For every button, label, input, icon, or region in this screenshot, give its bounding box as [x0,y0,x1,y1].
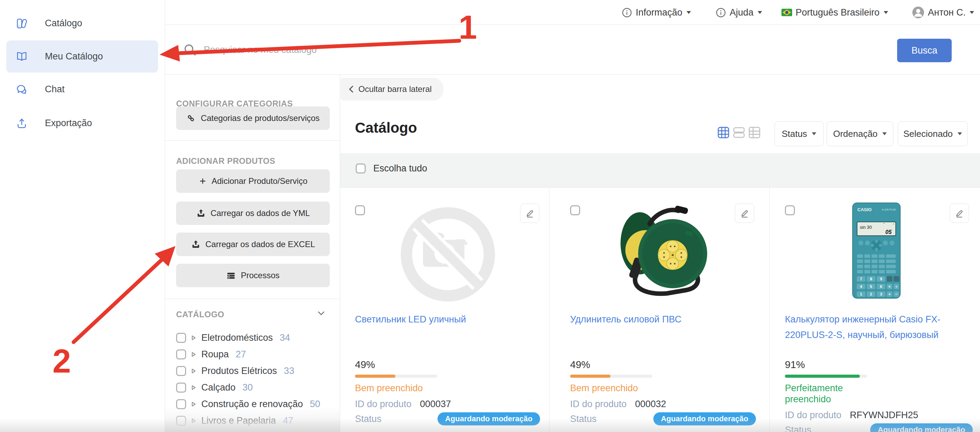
sidebar-item-meu-catalogo[interactable]: Meu Catálogo [6,40,158,73]
selected-dropdown[interactable]: Selecionado [898,121,967,146]
list-view-icon[interactable] [732,126,746,139]
category-checkbox[interactable] [176,349,186,359]
categories-mapping-button[interactable]: Categorias de produtos/serviços [176,107,330,130]
calc-brand: CASIO [858,207,872,212]
divider [165,140,340,141]
help-menu[interactable]: Ajuda [716,0,762,25]
category-row-livros[interactable]: Livros e Papelaria47 [176,414,293,427]
product-card: CASIO fx-220 PLUS sin 30 05 [769,188,980,432]
user-menu[interactable]: Антон С. [912,0,974,25]
language-label: Português Brasileiro [795,7,880,18]
edit-product-button[interactable] [950,204,969,223]
product-id-row: ID do produto RFYWNJDFH25 [785,410,973,421]
pencil-icon [954,208,964,218]
expand-caret-icon[interactable] [192,335,196,340]
status-badge: Aguardando moderação [438,412,540,426]
expand-caret-icon[interactable] [192,402,196,407]
status-badge: Aguardando moderação [870,423,973,432]
sidebar-item-exportacao[interactable]: Exportação [6,107,158,139]
category-checkbox[interactable] [176,333,186,343]
chevron-down-icon [882,132,887,135]
completion-percent: 49% [355,359,540,370]
page-title: Catálogo [355,120,417,136]
plus-icon [199,177,207,185]
select-all-band: Escolha tudo [340,153,980,187]
info-menu[interactable]: Informação [622,0,691,25]
catalog-icon [16,18,28,29]
edit-product-button[interactable] [520,204,539,223]
info-icon [622,7,632,18]
category-row-produtos-eletricos[interactable]: Produtos Elétricos33 [176,364,294,378]
expand-caret-icon[interactable] [192,352,196,357]
category-name: Construção e renovação [201,399,303,410]
category-row-calcado[interactable]: Calçado30 [176,381,253,394]
sidebar-item-catalogo[interactable]: Catálogo [6,7,158,40]
search-input[interactable] [203,35,859,64]
info-label: Informação [636,7,682,18]
product-checkbox[interactable] [785,205,795,215]
category-checkbox[interactable] [176,399,186,409]
hide-sidebar-label: Ocultar barra lateral [358,84,432,94]
svg-text:4: 4 [860,284,862,289]
upload-yml-button[interactable]: Carregar os dados de YML [176,201,330,225]
dropdown-label: Ordenação [833,129,878,139]
pencil-icon [525,208,535,218]
table-view-icon[interactable] [748,126,761,139]
sidebar-item-chat[interactable]: Chat [6,73,158,105]
product-title-link[interactable]: Светильник LED уличный [355,312,541,327]
product-title-link[interactable]: Удлинитель силовой ПВС [570,312,764,327]
completion-percent: 49% [570,359,756,370]
product-id-row: ID do produto 000037 [355,399,540,410]
expand-caret-icon[interactable] [192,368,196,374]
product-status-row: Status Aguardando moderação [355,412,540,426]
product-checkbox[interactable] [570,205,580,215]
category-checkbox[interactable] [176,366,186,376]
upload-file-icon [196,209,206,218]
select-all-label: Escolha tudo [373,163,427,174]
sidebar-item-label: Meu Catálogo [45,51,103,62]
category-row-eletrodomesticos[interactable]: Eletrodomésticos34 [176,331,290,344]
grid-view-icon[interactable] [717,126,730,139]
category-count: 34 [280,332,290,343]
select-all-checkbox[interactable] [356,163,366,174]
upload-excel-button[interactable]: Carregar os dados de EXCEL [176,233,330,256]
category-count: 33 [284,366,294,376]
add-product-button[interactable]: Adicionar Produto/Serviço [176,169,330,193]
product-checkbox[interactable] [355,205,365,215]
brazil-flag-icon [781,9,792,16]
category-row-construcao[interactable]: Construção e renovação50 [176,397,320,411]
search-button[interactable]: Busca [897,39,952,62]
product-card: Удлинитель силовой ПВС 49% Bem preenchid… [549,188,769,432]
product-grid: Светильник LED уличный 49% Bem preenchid… [340,187,980,432]
select-all-control[interactable]: Escolha tudo [356,163,427,174]
status-filter-dropdown[interactable]: Status [775,121,824,146]
hide-sidebar-button[interactable]: Ocultar barra lateral [340,78,443,100]
expand-caret-icon[interactable] [192,385,196,390]
product-id-row: ID do produto 000032 [570,399,756,410]
collapse-chevron-icon[interactable] [318,311,325,316]
category-checkbox[interactable] [176,383,186,392]
category-count: 50 [310,399,320,410]
calc-screen-line2: 05 [885,229,892,235]
search-row: Busca [165,25,980,75]
product-title-link[interactable]: Калькулятор инженерный Casio FX-220PLUS-… [785,312,970,343]
category-name: Calçado [201,382,235,393]
category-count: 30 [242,382,253,393]
completion-track [785,375,867,378]
category-checkbox[interactable] [176,416,186,426]
product-image-no-photo [396,202,500,308]
processes-button[interactable]: Processos [176,264,330,287]
ordering-dropdown[interactable]: Ordenação [827,121,893,146]
sidebar-item-label: Chat [45,84,65,95]
category-name: Eletrodomésticos [201,332,273,343]
completion-label: Bem preenchido [570,383,663,394]
category-name: Produtos Elétricos [201,366,277,376]
chevron-left-icon [349,85,353,93]
language-menu[interactable]: Português Brasileiro [781,0,888,25]
category-row-roupa[interactable]: Roupa27 [176,348,246,361]
edit-product-button[interactable] [735,204,754,223]
user-label: Антон С. [928,7,966,18]
svg-text:8: 8 [870,277,872,281]
calc-screen-line1: sin 30 [860,225,872,230]
expand-caret-icon[interactable] [192,418,196,423]
